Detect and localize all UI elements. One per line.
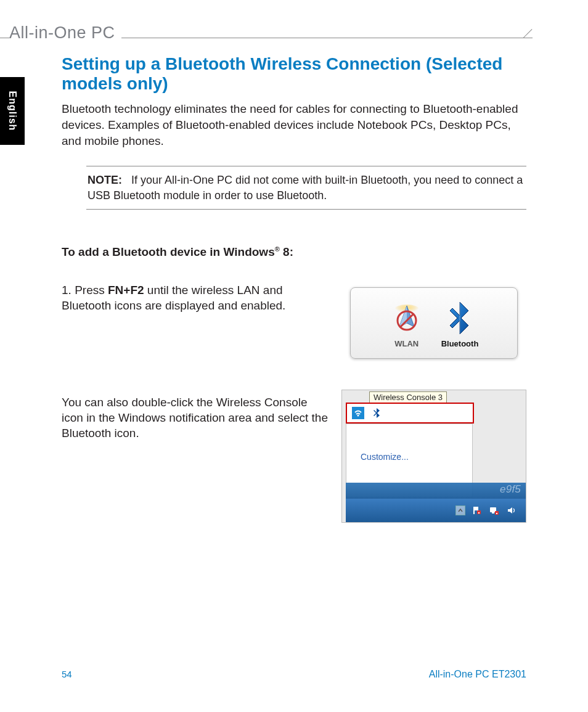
header-diagonal bbox=[525, 31, 542, 44]
figure-2-notification-area: Wireless Console 3 Customize... e9f5 bbox=[341, 390, 526, 523]
registered-mark: ® bbox=[275, 245, 280, 253]
svg-rect-8 bbox=[477, 510, 481, 514]
note-label: NOTE: bbox=[88, 174, 122, 186]
taskbar bbox=[346, 499, 526, 522]
note-text: If your All-in-One PC did not come with … bbox=[88, 174, 523, 201]
svg-rect-11 bbox=[495, 511, 499, 515]
wifi-tray-icon[interactable] bbox=[352, 407, 364, 419]
footer-model: All-in-One PC ET2301 bbox=[429, 669, 526, 680]
figure-1-container: WLAN bbox=[341, 282, 526, 359]
step-1-row: 1. Press FN+F2 until the wireless LAN an… bbox=[62, 282, 526, 359]
header-brand: All-in-One PC bbox=[9, 23, 121, 43]
wlan-icon bbox=[390, 302, 424, 337]
tray-expand-icon[interactable] bbox=[455, 505, 465, 515]
intro-paragraph: Bluetooth technology eliminates the need… bbox=[62, 101, 526, 149]
step-1-number: 1. bbox=[62, 284, 75, 297]
window-title-fragment: e9f5 bbox=[500, 483, 521, 496]
section-title: Setting up a Bluetooth Wireless Connecti… bbox=[62, 54, 526, 94]
wireless-panel: WLAN bbox=[350, 287, 518, 359]
tray-popup-highlight bbox=[346, 403, 474, 424]
svg-point-5 bbox=[357, 415, 359, 417]
step-2-row: You can also double-click the Wireless C… bbox=[62, 390, 526, 523]
bluetooth-label: Bluetooth bbox=[441, 339, 479, 348]
step-2-text: You can also double-click the Wireless C… bbox=[62, 390, 329, 441]
bluetooth-tray-icon[interactable] bbox=[370, 407, 383, 419]
volume-icon[interactable] bbox=[506, 505, 517, 516]
page-header: All-in-One PC bbox=[0, 31, 588, 46]
step-1-text: 1. Press FN+F2 until the wireless LAN an… bbox=[62, 282, 329, 313]
subhead-prefix: To add a Bluetooth device in Windows bbox=[62, 245, 275, 258]
language-tab: English bbox=[0, 77, 25, 145]
content-area: Setting up a Bluetooth Wireless Connecti… bbox=[62, 54, 526, 523]
svg-rect-10 bbox=[492, 512, 494, 514]
bluetooth-item: Bluetooth bbox=[441, 302, 479, 348]
step-1-key: FN+F2 bbox=[108, 284, 144, 297]
subheading: To add a Bluetooth device in Windows® 8: bbox=[62, 245, 526, 259]
step-1-pre: Press bbox=[75, 284, 108, 297]
customize-link[interactable]: Customize... bbox=[361, 452, 409, 462]
network-icon[interactable] bbox=[489, 505, 500, 516]
window-titlebar bbox=[346, 483, 526, 500]
wlan-label: WLAN bbox=[394, 339, 419, 348]
wlan-item: WLAN bbox=[390, 302, 424, 348]
bluetooth-icon bbox=[443, 302, 477, 337]
page-number: 54 bbox=[62, 669, 72, 679]
page-footer: 54 All-in-One PC ET2301 bbox=[62, 669, 526, 680]
language-label: English bbox=[7, 91, 18, 131]
subhead-suffix: 8: bbox=[280, 245, 293, 258]
wireless-console-tooltip: Wireless Console 3 bbox=[369, 391, 447, 403]
action-center-icon[interactable] bbox=[472, 505, 483, 516]
note-box: NOTE: If your All-in-One PC did not come… bbox=[86, 166, 526, 210]
svg-rect-7 bbox=[473, 507, 475, 514]
